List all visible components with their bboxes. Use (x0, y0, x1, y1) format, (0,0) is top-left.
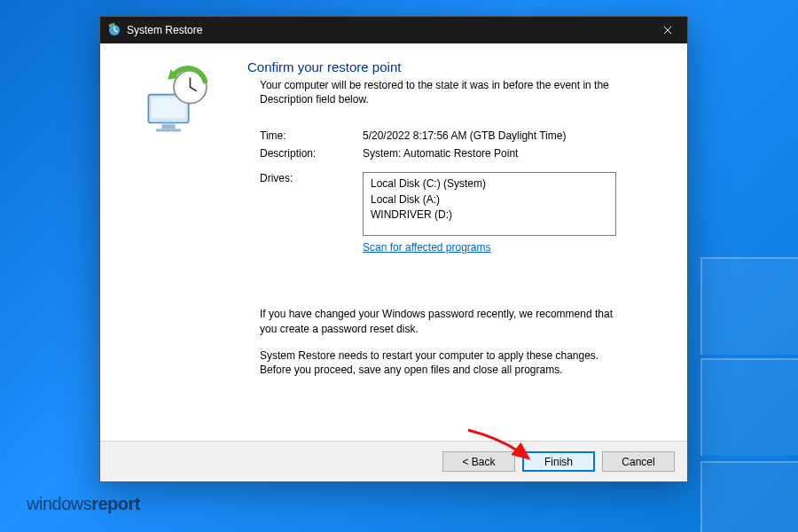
description-label: Description: (260, 147, 363, 160)
time-value: 5/20/2022 8:17:56 AM (GTB Daylight Time) (363, 129, 661, 142)
titlebar[interactable]: System Restore (100, 17, 687, 43)
desktop-panel (700, 257, 798, 355)
note-password: If you have changed your Windows passwor… (260, 307, 629, 335)
system-restore-icon (107, 23, 121, 37)
note-restart: System Restore needs to restart your com… (260, 348, 629, 377)
page-heading: Confirm your restore point (247, 59, 661, 74)
description-value: System: Automatic Restore Point (363, 147, 661, 160)
drives-row: Drives: Local Disk (C:) (System) Local D… (260, 172, 661, 254)
list-item[interactable]: Local Disk (A:) (371, 192, 608, 207)
watermark: windowsreport (27, 494, 140, 514)
drives-listbox[interactable]: Local Disk (C:) (System) Local Disk (A:)… (363, 172, 616, 236)
dialog-title: System Restore (127, 24, 648, 36)
back-button[interactable]: < Back (442, 451, 515, 472)
watermark-text-bold: report (91, 494, 140, 513)
list-item[interactable]: Local Disk (C:) (System) (371, 176, 608, 192)
page-subtext: Your computer will be restored to the st… (247, 78, 620, 106)
wizard-sidebar (116, 59, 240, 428)
time-row: Time: 5/20/2022 8:17:56 AM (GTB Daylight… (260, 129, 661, 142)
time-label: Time: (260, 129, 363, 142)
list-item[interactable]: WINDRIVER (D:) (371, 207, 608, 223)
scan-affected-programs-link[interactable]: Scan for affected programs (363, 241, 491, 254)
dialog-footer: < Back Finish Cancel (100, 441, 687, 481)
desktop-panel (700, 358, 798, 456)
fields: Time: 5/20/2022 8:17:56 AM (GTB Daylight… (247, 129, 661, 254)
finish-button[interactable]: Finish (522, 451, 595, 472)
dialog-main: Confirm your restore point Your computer… (240, 59, 661, 428)
cancel-button[interactable]: Cancel (602, 451, 675, 472)
watermark-text: windows (27, 494, 91, 513)
drives-value: Local Disk (C:) (System) Local Disk (A:)… (363, 172, 661, 254)
close-icon (663, 26, 672, 35)
desktop-panel (700, 461, 798, 532)
close-button[interactable] (648, 17, 687, 43)
system-restore-dialog: System Restore C (99, 16, 688, 482)
restore-graphic-icon (141, 65, 215, 139)
drives-label: Drives: (260, 172, 363, 184)
notes: If you have changed your Windows passwor… (247, 307, 629, 377)
dialog-body: Confirm your restore point Your computer… (100, 43, 687, 441)
svg-rect-5 (156, 129, 182, 131)
svg-rect-4 (162, 124, 176, 129)
description-row: Description: System: Automatic Restore P… (260, 147, 661, 160)
